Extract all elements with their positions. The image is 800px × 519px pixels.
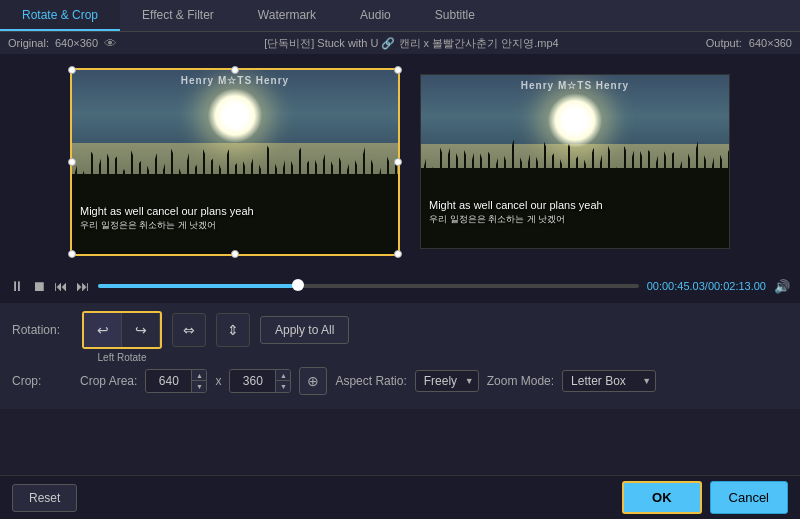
aspect-ratio-select[interactable]: Freely 16:9 4:3 1:1 9:16: [415, 370, 479, 392]
tab-subtitle[interactable]: Subtitle: [413, 0, 497, 31]
zoom-mode-select[interactable]: Letter Box Pan & Scan Full: [562, 370, 656, 392]
tab-rotate-crop[interactable]: Rotate & Crop: [0, 0, 120, 31]
bottom-bar: Reset OK Cancel: [0, 475, 800, 519]
time-display: 00:00:45.03/00:02:13.00: [647, 280, 766, 292]
file-title: [단독비전] Stuck with U 🔗 캔리 x 볼빨간사춘기 안지영.mp…: [264, 36, 559, 51]
crop-height-up[interactable]: ▲: [276, 370, 290, 381]
right-video-container: Henry M☆TS Henry Might as well cancel ou…: [420, 74, 730, 249]
output-label: Output:: [706, 37, 742, 49]
crop-width-spinners: ▲ ▼: [191, 370, 206, 392]
dimension-separator: x: [215, 374, 221, 388]
left-rotate-button[interactable]: ↩: [84, 313, 122, 347]
right-rotate-button[interactable]: ↪: [122, 313, 160, 347]
crop-label: Crop:: [12, 374, 72, 388]
play-button[interactable]: ⏸: [10, 278, 24, 294]
timeline-progress: [98, 284, 298, 288]
controls-section: Rotation: ↩ ↪ Left Rotate ⇔ ⇕ Apply to A…: [0, 303, 800, 409]
left-video-container: Henry M☆TS Henry Might as well cancel ou…: [70, 68, 400, 256]
crop-handle-tm[interactable]: [231, 66, 239, 74]
left-video-preview: Henry M☆TS Henry Might as well cancel ou…: [72, 70, 398, 254]
crop-width-input-wrap: ▲ ▼: [145, 369, 207, 393]
cancel-button[interactable]: Cancel: [710, 481, 788, 514]
info-bar: Original: 640×360 👁 [단독비전] Stuck with U …: [0, 32, 800, 54]
crop-area-label: Crop Area:: [80, 374, 137, 388]
next-frame-button[interactable]: ⏭: [76, 278, 90, 294]
ok-button[interactable]: OK: [622, 481, 702, 514]
flip-vertical-button[interactable]: ⇕: [216, 313, 250, 347]
output-res: 640×360: [749, 37, 792, 49]
crop-handle-bl[interactable]: [68, 250, 76, 258]
tab-bar: Rotate & Crop Effect & Filter Watermark …: [0, 0, 800, 32]
apply-to-all-button[interactable]: Apply to All: [260, 316, 349, 344]
timeline-thumb[interactable]: [292, 279, 304, 291]
timeline-bar[interactable]: [98, 284, 639, 288]
right-video-bg: Henry M☆TS Henry Might as well cancel ou…: [420, 74, 730, 249]
crop-width-input[interactable]: [146, 371, 191, 391]
flip-horizontal-button[interactable]: ⇔: [172, 313, 206, 347]
crop-height-input-wrap: ▲ ▼: [229, 369, 291, 393]
aspect-ratio-label: Aspect Ratio:: [335, 374, 406, 388]
original-res: 640×360: [55, 37, 98, 49]
right-subtitle-display: Might as well cancel our plans yeah 우리 일…: [429, 198, 721, 226]
crop-frame[interactable]: Henry M☆TS Henry Might as well cancel ou…: [70, 68, 400, 256]
right-video-preview: Henry M☆TS Henry Might as well cancel ou…: [420, 74, 730, 249]
right-rotate-icon: ↪: [135, 322, 147, 338]
original-label: Original:: [8, 37, 49, 49]
tab-audio[interactable]: Audio: [338, 0, 413, 31]
crop-handle-bm[interactable]: [231, 250, 239, 258]
crop-width-down[interactable]: ▼: [192, 381, 206, 392]
crop-height-input[interactable]: [230, 371, 275, 391]
rotation-buttons-group: ↩ ↪ Left Rotate: [82, 311, 162, 349]
tab-watermark[interactable]: Watermark: [236, 0, 338, 31]
video-area: Henry M☆TS Henry Might as well cancel ou…: [0, 54, 800, 269]
left-rotate-icon: ↩: [97, 322, 109, 338]
crop-handle-tl[interactable]: [68, 66, 76, 74]
crop-handle-mr[interactable]: [394, 158, 402, 166]
zoom-mode-label: Zoom Mode:: [487, 374, 554, 388]
aspect-ratio-select-wrap: Freely 16:9 4:3 1:1 9:16 ▼: [415, 370, 479, 392]
crop-height-down[interactable]: ▼: [276, 381, 290, 392]
stop-button[interactable]: ⏹: [32, 278, 46, 294]
left-rotate-label: Left Rotate: [98, 352, 147, 363]
rotation-label: Rotation:: [12, 323, 72, 337]
crop-handle-ml[interactable]: [68, 158, 76, 166]
tab-effect-filter[interactable]: Effect & Filter: [120, 0, 236, 31]
prev-frame-button[interactable]: ⏮: [54, 278, 68, 294]
flip-v-icon: ⇕: [227, 322, 239, 338]
zoom-mode-select-wrap: Letter Box Pan & Scan Full ▼: [562, 370, 656, 392]
action-buttons: OK Cancel: [622, 481, 788, 514]
preview-eye-icon[interactable]: 👁: [104, 36, 117, 51]
crop-handle-tr[interactable]: [394, 66, 402, 74]
crop-center-button[interactable]: ⊕: [299, 367, 327, 395]
flip-h-icon: ⇔: [183, 322, 195, 338]
crop-width-up[interactable]: ▲: [192, 370, 206, 381]
crop-row: Crop: Crop Area: ▲ ▼ x ▲ ▼ ⊕ Aspect Rati…: [12, 367, 788, 395]
reset-button[interactable]: Reset: [12, 484, 77, 512]
playback-bar: ⏸ ⏹ ⏮ ⏭ 00:00:45.03/00:02:13.00 🔊: [0, 269, 800, 303]
rotation-row: Rotation: ↩ ↪ Left Rotate ⇔ ⇕ Apply to A…: [12, 311, 788, 349]
crop-handle-br[interactable]: [394, 250, 402, 258]
volume-icon[interactable]: 🔊: [774, 279, 790, 294]
crop-center-icon: ⊕: [307, 373, 319, 389]
subtitle-display: Might as well cancel our plans yeah 우리 일…: [80, 204, 390, 232]
crop-height-spinners: ▲ ▼: [275, 370, 290, 392]
